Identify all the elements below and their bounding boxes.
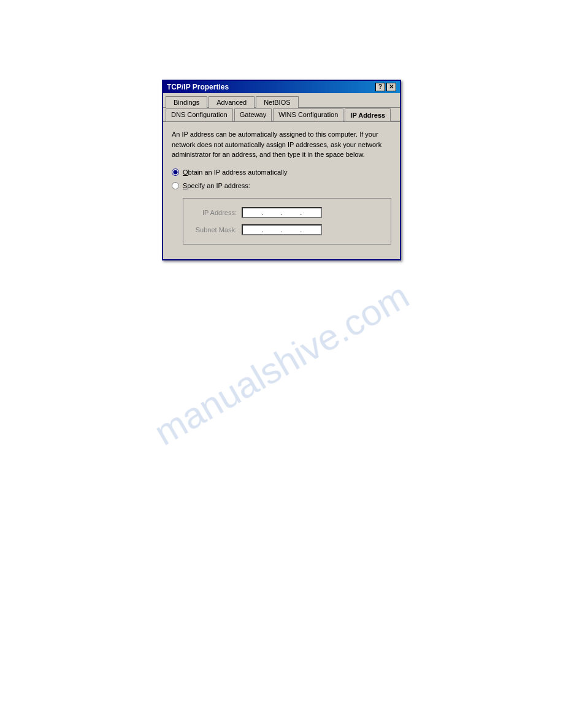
help-button[interactable]: ?	[375, 83, 385, 91]
dialog-title: TCP/IP Properties	[167, 83, 229, 91]
radio-auto-label[interactable]: Obtain an IP address automatically	[172, 169, 391, 176]
ip-address-input-group: . . .	[242, 207, 322, 218]
tab-bindings[interactable]: Bindings	[166, 96, 207, 108]
close-button[interactable]: ✕	[386, 83, 396, 91]
radio-auto-text: Obtain an IP address automatically	[183, 169, 287, 176]
tab-dns-configuration[interactable]: DNS Configuration	[166, 108, 233, 121]
ip-address-row: IP Address: . . .	[190, 207, 385, 218]
subnet-mask-row: Subnet Mask: . . .	[190, 224, 385, 235]
tab-wins-configuration[interactable]: WINS Configuration	[273, 108, 343, 121]
tab-advanced[interactable]: Advanced	[209, 96, 255, 108]
ip-seg3[interactable]	[283, 209, 300, 216]
ip-seg4[interactable]	[302, 209, 319, 216]
tcp-ip-properties-dialog: TCP/IP Properties ? ✕ Bindings Advanced …	[162, 80, 401, 260]
subnet-seg1[interactable]	[245, 226, 262, 233]
subnet-mask-input-group: . . .	[242, 224, 322, 235]
radio-specify-label[interactable]: Specify an IP address:	[172, 182, 391, 189]
ip-seg2[interactable]	[264, 209, 281, 216]
description-text: An IP address can be automatically assig…	[172, 129, 391, 160]
watermark: manualshive.com	[147, 274, 416, 453]
radio-specify-underline: S	[183, 182, 187, 189]
radio-auto-input[interactable]	[172, 169, 179, 176]
subnet-seg3[interactable]	[283, 226, 300, 233]
radio-group: Obtain an IP address automatically Speci…	[172, 169, 391, 245]
radio-auto-underline: O	[183, 169, 188, 176]
subnet-mask-label: Subnet Mask:	[190, 226, 242, 233]
tab-gateway[interactable]: Gateway	[234, 108, 272, 121]
tab-ip-address[interactable]: IP Address	[345, 108, 391, 121]
title-bar-buttons: ? ✕	[375, 83, 396, 91]
dialog-content: An IP address can be automatically assig…	[163, 122, 400, 259]
title-bar: TCP/IP Properties ? ✕	[163, 81, 400, 93]
subnet-seg4[interactable]	[302, 226, 319, 233]
ip-seg1[interactable]	[245, 209, 262, 216]
subnet-seg2[interactable]	[264, 226, 281, 233]
tabs-row1: Bindings Advanced NetBIOS	[163, 93, 400, 108]
tabs-row2: DNS Configuration Gateway WINS Configura…	[163, 108, 400, 122]
radio-specify-text: Specify an IP address:	[183, 182, 250, 189]
ip-address-label: IP Address:	[190, 209, 242, 216]
tab-netbios[interactable]: NetBIOS	[256, 96, 298, 108]
specify-section: IP Address: . . . Subnet Mask:	[183, 198, 391, 245]
radio-specify-input[interactable]	[172, 182, 179, 189]
